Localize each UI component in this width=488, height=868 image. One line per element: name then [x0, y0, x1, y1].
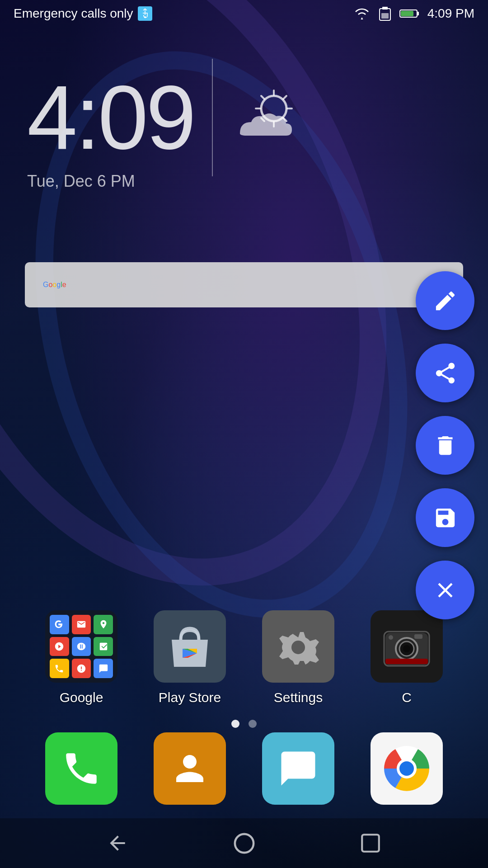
close-fab[interactable] [416, 561, 474, 619]
camera-app-label: C [402, 690, 412, 705]
status-bar: Emergency calls only 4:09 PM [0, 0, 488, 27]
fab-container [416, 271, 474, 619]
phone-icon-bg [45, 732, 117, 805]
page-indicators [0, 720, 488, 728]
svg-point-0 [144, 16, 146, 18]
delete-fab[interactable] [416, 416, 474, 475]
svg-point-31 [399, 761, 414, 776]
clock-time: 4:09 [27, 72, 194, 163]
svg-rect-33 [362, 835, 379, 852]
google-logo-g: G [43, 281, 48, 288]
google-logo: Google [43, 281, 66, 289]
svg-rect-3 [381, 13, 389, 19]
emergency-calls-text: Emergency calls only [14, 6, 133, 21]
clock-widget: 4:09 [27, 59, 461, 176]
nav-bar [0, 818, 488, 868]
search-bar[interactable]: Google [25, 262, 463, 307]
settings-app-label: Settings [274, 690, 323, 705]
google-logo-g2: g [56, 281, 61, 288]
svg-point-32 [235, 834, 253, 852]
messages-app[interactable] [262, 732, 334, 805]
phone-app[interactable] [45, 732, 117, 805]
clock-date: Tue, Dec 6 PM [27, 172, 135, 191]
google-logo-e: e [62, 281, 66, 288]
page-dot-2 [249, 720, 257, 728]
recents-button[interactable] [352, 825, 389, 861]
share-fab[interactable] [416, 344, 474, 402]
usb-icon [138, 6, 152, 21]
svg-rect-5 [417, 12, 419, 15]
svg-line-14 [283, 96, 286, 99]
google-app-label: Google [60, 690, 103, 705]
weather-icon [231, 88, 303, 147]
sim-icon [379, 6, 391, 21]
wifi-icon [353, 7, 371, 20]
status-left: Emergency calls only [14, 6, 152, 21]
svg-point-25 [403, 645, 410, 652]
contacts-icon-bg [154, 732, 226, 805]
status-right: 4:09 PM [353, 6, 474, 21]
page-dot-1 [231, 720, 239, 728]
camera-app[interactable]: C [371, 610, 443, 705]
chrome-app[interactable] [371, 732, 443, 805]
svg-rect-2 [382, 7, 388, 9]
svg-line-12 [261, 96, 264, 99]
svg-rect-6 [401, 11, 413, 16]
contacts-app[interactable] [154, 732, 226, 805]
clock-divider [212, 59, 213, 176]
play-store-app[interactable]: Play Store [154, 610, 226, 705]
main-app-row: Google Play Store [0, 610, 488, 705]
save-fab[interactable] [416, 488, 474, 547]
battery-icon [399, 8, 419, 19]
play-store-app-label: Play Store [159, 690, 221, 705]
messages-icon-bg [262, 732, 334, 805]
home-button[interactable] [226, 825, 262, 861]
svg-point-27 [389, 635, 393, 640]
svg-rect-28 [385, 659, 428, 664]
edit-fab[interactable] [416, 271, 474, 330]
status-time: 4:09 PM [427, 6, 474, 21]
chrome-icon-bg [371, 732, 443, 805]
settings-app[interactable]: Settings [262, 610, 334, 705]
svg-point-20 [291, 641, 305, 654]
weather-widget [231, 88, 303, 147]
google-app[interactable]: Google [45, 610, 117, 705]
google-logo-o2: o [52, 281, 56, 288]
dock-row [0, 732, 488, 805]
svg-rect-26 [414, 634, 422, 639]
back-button[interactable] [99, 825, 136, 861]
